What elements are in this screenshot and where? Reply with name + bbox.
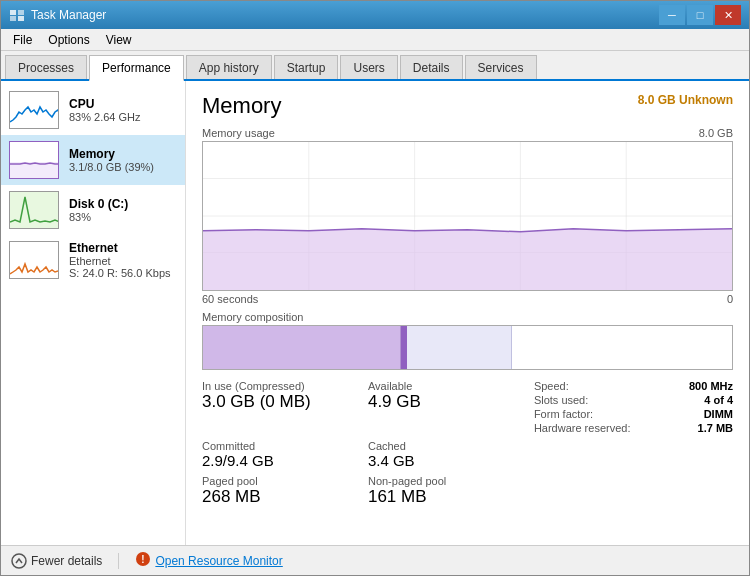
disk-title: Disk 0 (C:): [69, 197, 177, 211]
available-value: 4.9 GB: [368, 392, 534, 412]
stat-available: Available 4.9 GB: [368, 380, 534, 434]
speed-label: Speed:: [534, 380, 569, 392]
content-area: CPU 83% 2.64 GHz Memory 3.1/8.0 GB (39%): [1, 81, 749, 545]
nonpaged-value: 161 MB: [368, 487, 534, 507]
in-use-label: In use (Compressed): [202, 380, 368, 392]
panel-header: Memory 8.0 GB Unknown: [202, 93, 733, 119]
stat-paged: Paged pool 268 MB: [202, 475, 368, 507]
committed-label: Committed: [202, 440, 368, 452]
svg-rect-1: [18, 10, 24, 15]
stats-row-2: Committed 2.9/9.4 GB Cached 3.4 GB: [202, 440, 733, 469]
sidebar: CPU 83% 2.64 GHz Memory 3.1/8.0 GB (39%): [1, 81, 186, 545]
cpu-info: CPU 83% 2.64 GHz: [69, 97, 177, 123]
panel-title: Memory: [202, 93, 281, 119]
cpu-mini-chart: [9, 91, 59, 129]
title-bar-left: Task Manager: [9, 7, 106, 23]
cached-value: 3.4 GB: [368, 452, 534, 469]
svg-text:!: !: [142, 554, 145, 565]
memory-mini-chart: [9, 141, 59, 179]
svg-rect-0: [10, 10, 16, 15]
slots-value: 4 of 4: [704, 394, 733, 406]
tab-services[interactable]: Services: [465, 55, 537, 79]
menu-file[interactable]: File: [5, 31, 40, 49]
stat-speed: Speed: 800 MHz: [534, 380, 733, 392]
resource-monitor-icon: !: [135, 551, 151, 570]
tabs-bar: Processes Performance App history Startu…: [1, 51, 749, 81]
nonpaged-label: Non-paged pool: [368, 475, 534, 487]
panel-spec: 8.0 GB Unknown: [638, 93, 733, 107]
stat-slots: Slots used: 4 of 4: [534, 394, 733, 406]
fewer-details-label: Fewer details: [31, 554, 102, 568]
sidebar-item-cpu[interactable]: CPU 83% 2.64 GHz: [1, 85, 185, 135]
minimize-button[interactable]: ─: [659, 5, 685, 25]
tab-performance[interactable]: Performance: [89, 55, 184, 81]
speed-value: 800 MHz: [689, 380, 733, 392]
stat-placeholder-3: [534, 475, 733, 507]
ethernet-subtitle: Ethernet: [69, 255, 177, 267]
maximize-button[interactable]: □: [687, 5, 713, 25]
committed-value: 2.9/9.4 GB: [202, 452, 368, 469]
svg-rect-8: [10, 192, 59, 229]
stat-hardware: Hardware reserved: 1.7 MB: [534, 422, 733, 434]
sidebar-item-ethernet[interactable]: Ethernet Ethernet S: 24.0 R: 56.0 Kbps: [1, 235, 185, 285]
memory-usage-label: Memory usage: [202, 127, 275, 139]
comp-free: [512, 326, 732, 369]
ethernet-title: Ethernet: [69, 241, 177, 255]
app-icon: [9, 7, 25, 23]
window-title: Task Manager: [31, 8, 106, 22]
close-button[interactable]: ✕: [715, 5, 741, 25]
bottom-bar: Fewer details ! Open Resource Monitor: [1, 545, 749, 575]
menu-view[interactable]: View: [98, 31, 140, 49]
up-arrow-icon: [11, 553, 27, 569]
menu-options[interactable]: Options: [40, 31, 97, 49]
task-manager-window: Task Manager ─ □ ✕ File Options View Pro…: [0, 0, 750, 576]
footer-divider: [118, 553, 119, 569]
stat-cached: Cached 3.4 GB: [368, 440, 534, 469]
paged-label: Paged pool: [202, 475, 368, 487]
tab-users[interactable]: Users: [340, 55, 397, 79]
tab-app-history[interactable]: App history: [186, 55, 272, 79]
disk-mini-chart: [9, 191, 59, 229]
stats-row-3: Paged pool 268 MB Non-paged pool 161 MB: [202, 475, 733, 507]
title-buttons: ─ □ ✕: [659, 5, 741, 25]
composition-label: Memory composition: [202, 311, 733, 323]
tab-details[interactable]: Details: [400, 55, 463, 79]
sidebar-item-disk[interactable]: Disk 0 (C:) 83%: [1, 185, 185, 235]
svg-rect-3: [18, 16, 24, 21]
ethernet-subtitle2: S: 24.0 R: 56.0 Kbps: [69, 267, 177, 279]
tab-startup[interactable]: Startup: [274, 55, 339, 79]
available-label: Available: [368, 380, 534, 392]
disk-subtitle: 83%: [69, 211, 177, 223]
in-use-value: 3.0 GB (0 MB): [202, 392, 368, 412]
title-bar: Task Manager ─ □ ✕: [1, 1, 749, 29]
svg-point-18: [12, 554, 26, 568]
sidebar-item-memory[interactable]: Memory 3.1/8.0 GB (39%): [1, 135, 185, 185]
comp-in-use: [203, 326, 401, 369]
disk-info: Disk 0 (C:) 83%: [69, 197, 177, 223]
svg-rect-9: [10, 242, 59, 279]
memory-subtitle: 3.1/8.0 GB (39%): [69, 161, 177, 173]
open-resource-monitor-button[interactable]: ! Open Resource Monitor: [135, 551, 282, 570]
svg-rect-2: [10, 16, 16, 21]
stats-section: In use (Compressed) 3.0 GB (0 MB) Availa…: [202, 380, 733, 507]
main-panel: Memory 8.0 GB Unknown Memory usage 8.0 G…: [186, 81, 749, 545]
paged-value: 268 MB: [202, 487, 368, 507]
cpu-subtitle: 83% 2.64 GHz: [69, 111, 177, 123]
menu-bar: File Options View: [1, 29, 749, 51]
open-resource-label: Open Resource Monitor: [155, 554, 282, 568]
form-value: DIMM: [704, 408, 733, 420]
slots-label: Slots used:: [534, 394, 588, 406]
time-right-label: 0: [727, 293, 733, 305]
hardware-label: Hardware reserved:: [534, 422, 631, 434]
stat-placeholder-2: [534, 440, 733, 469]
hardware-value: 1.7 MB: [698, 422, 733, 434]
stat-in-use: In use (Compressed) 3.0 GB (0 MB): [202, 380, 368, 434]
composition-chart: [202, 325, 733, 370]
cached-label: Cached: [368, 440, 534, 452]
tab-processes[interactable]: Processes: [5, 55, 87, 79]
fewer-details-button[interactable]: Fewer details: [11, 553, 102, 569]
time-labels: 60 seconds 0: [202, 293, 733, 305]
stat-speed-group: Speed: 800 MHz Slots used: 4 of 4 Form f…: [534, 380, 733, 434]
stat-form: Form factor: DIMM: [534, 408, 733, 420]
svg-marker-17: [203, 229, 732, 290]
